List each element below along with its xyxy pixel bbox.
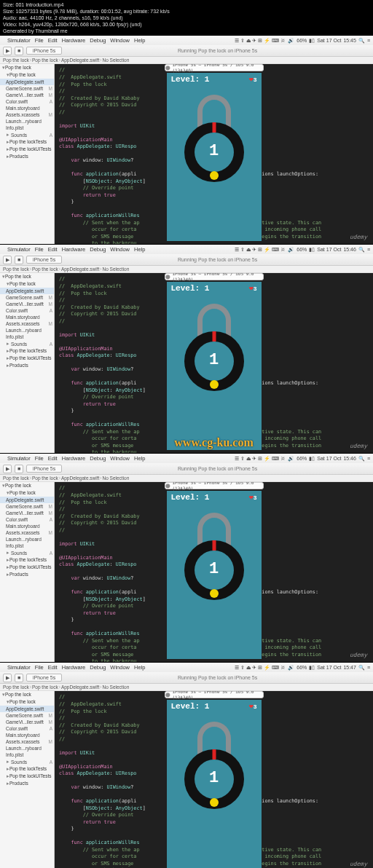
breadcrumb-item: No Selection [102,58,129,63]
simulator-titlebar: ⬤iPhone 5s – iPhone 5s / iOS 9.0 (13A340… [165,64,264,71]
udemy-watermark: udemy [350,442,367,450]
menubar-date: Sat 17 Oct [317,38,341,43]
game-level-label: Level: 1 [171,283,210,294]
volume-icon[interactable]: 🔊 [288,38,294,44]
macos-menubar: Simulator File Edit Hardware Debug Windo… [0,36,373,45]
screenshot-panel-1: Simulator File Edit Hardware Debug Windo… [0,36,373,245]
simulator-window[interactable]: Level: 1 ❤3 1 [167,282,262,450]
menu-file[interactable]: File [35,246,44,253]
menubar-status: ☰ ⇪ ⏏ ✈ ⊞ ⚡ ⌨ ⛭ 🔊 66% ▮▯ Sat 17 Oct 15:4… [235,38,370,44]
lock-dial[interactable]: 1 [184,122,244,182]
sidebar-folder[interactable]: ▸SoundsA [0,131,54,138]
scheme-device[interactable]: iPhone 5s [26,47,62,55]
code-editor[interactable]: ⬤iPhone 5s – iPhone 5s / iOS 9.0 (13A340… [55,64,373,244]
build-status: Running Pop the lock on iPhone 5s [65,257,370,262]
breadcrumb-item[interactable]: Pop the lock [32,58,58,63]
sidebar-root[interactable]: ▾Pop the lock [0,64,54,71]
sidebar-group[interactable]: ▾Pop the lock [0,71,54,79]
simulator-window[interactable]: Level: 1 ❤3 1 [167,73,262,241]
spotlight-icon[interactable]: 🔍 [358,38,365,44]
battery-pct: 66% [297,38,307,43]
simulator-titlebar: ⬤iPhone 5s – iPhone 5s / iOS 9.0 (13A340… [165,273,264,280]
xcode-toolbar: ▶ ■ iPhone 5s Running Pop the lock on iP… [0,254,373,266]
code-editor[interactable]: ⬤iPhone 5s – iPhone 5s / iOS 9.0 (13A340… [55,273,373,453]
status-icons: ☰ ⇪ ⏏ ✈ ⊞ ⚡ ⌨ ⛭ [235,38,286,44]
breadcrumb: Pop the lock› Pop the lock› AppDelegate.… [0,266,373,273]
menu-edit[interactable]: Edit [48,246,58,253]
run-button[interactable]: ▶ [3,47,12,55]
menu-debug[interactable]: Debug [90,246,106,253]
menu-hardware[interactable]: Hardware [62,37,86,44]
menu-file[interactable]: File [35,37,44,44]
screenshot-panel-2: Simulator File Edit Hardware Debug Windo… [0,245,373,454]
menu-edit[interactable]: Edit [48,37,58,44]
sidebar-file[interactable]: GameScene.swiftM [0,85,54,92]
menu-simulator[interactable]: Simulator [7,246,31,253]
udemy-watermark: udemy [350,233,367,241]
sidebar-file-selected[interactable]: AppDelegate.swift [0,79,54,85]
sidebar-file[interactable]: GameVi...ller.swiftM [0,92,54,98]
sidebar-file[interactable]: Color.swiftA [0,98,54,105]
xcode-toolbar: ▶ ■ iPhone 5s Running Pop the lock on iP… [0,45,373,57]
sidebar-file[interactable]: Assets.xcassetsM [0,111,54,118]
screenshot-panel-4: SimulatorFileEditHardwareDebugWindowHelp… [0,663,373,868]
sidebar-file[interactable]: Launch...ryboard [0,118,54,125]
breadcrumb: Pop the lock› Pop the lock› AppDelegate.… [0,57,373,64]
dial-target-marker [212,122,216,133]
menu-debug[interactable]: Debug [90,37,106,44]
menu-hardware[interactable]: Hardware [62,246,86,253]
macos-menubar: Simulator File Edit Hardware Debug Windo… [0,245,373,254]
menu-help[interactable]: Help [134,37,145,44]
breadcrumb-item[interactable]: Pop the lock [3,58,29,63]
sidebar-file[interactable]: Info.plist [0,125,54,131]
menu-help[interactable]: Help [134,246,145,253]
macos-menubar: SimulatorFileEditHardwareDebugWindowHelp… [0,454,373,463]
dial-number: 1 [195,133,234,172]
sidebar-group[interactable]: ▸Pop the lockUITests [0,146,54,153]
menubar-time: 15:46 [343,247,356,252]
game-lock[interactable]: 1 [167,87,262,242]
menu-window[interactable]: Window [110,37,130,44]
menubar-status: ☰ ⇪ ⏏ ✈ ⊞ ⚡ ⌨ ⛭ 🔊 66% ▮▯ Sat 17 Oct 15:4… [235,247,370,253]
scheme-device[interactable]: iPhone 5s [26,256,62,264]
sidebar-group[interactable]: ▸Products [0,153,54,160]
menu-simulator[interactable]: Simulator [7,37,31,44]
lives-indicator: ❤3 [249,284,257,294]
stop-button[interactable]: ■ [15,47,23,55]
notification-icon[interactable]: ≡ [367,38,370,43]
project-navigator[interactable]: ▾Pop the lock ▾Pop the lock AppDelegate.… [0,64,55,244]
dial-ball [210,171,219,180]
video-metadata-header: Size: 001 Introduction.mp4 Size: 1025733… [0,0,373,36]
menubar-time: 15:45 [343,38,356,43]
battery-icon: ▮▯ [309,38,315,44]
lives-indicator: ❤3 [249,75,257,85]
run-button[interactable]: ▶ [3,256,12,264]
menu-window[interactable]: Window [110,246,130,253]
cgku-watermark: www.cg-ku.com [174,435,253,451]
stop-button[interactable]: ■ [15,256,23,264]
breadcrumb-item[interactable]: AppDelegate.swift [61,58,99,63]
game-level-label: Level: 1 [171,74,210,85]
project-navigator[interactable]: ▾Pop the lock ▾Pop the lock AppDelegate.… [0,273,55,453]
screenshot-panel-3: SimulatorFileEditHardwareDebugWindowHelp… [0,454,373,663]
sidebar-file[interactable]: Main.storyboard [0,105,54,111]
build-status: Running Pop the lock on iPhone 5s [65,48,370,53]
sidebar-group[interactable]: ▸Pop the lockTests [0,138,54,146]
